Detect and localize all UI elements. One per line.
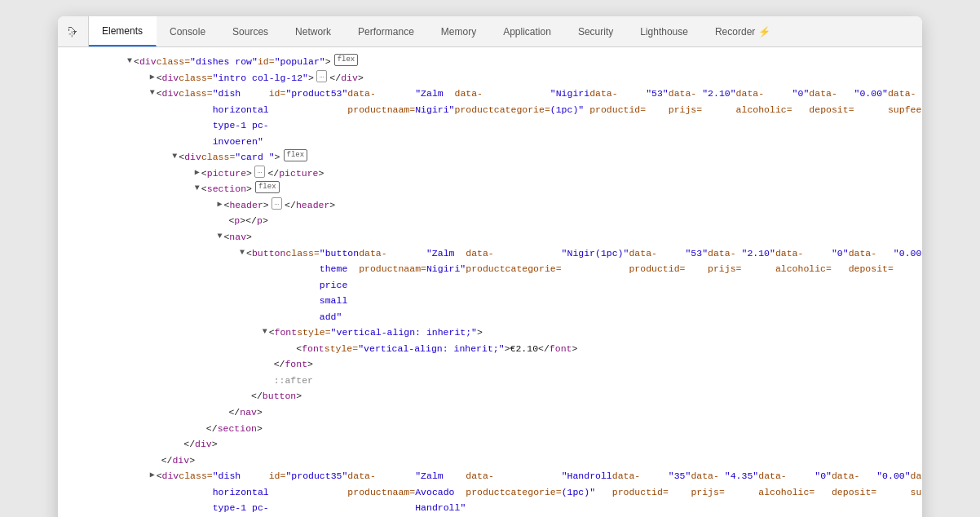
- code-line-4[interactable]: <div class="card " > flex: [58, 149, 922, 166]
- code-line-16[interactable]: </nav>: [58, 404, 922, 421]
- code-line-19[interactable]: </div>: [58, 453, 922, 469]
- expand-arrow-4[interactable]: [172, 149, 177, 163]
- devtools-window: ⊹ Elements Console Sources Network Perfo…: [58, 16, 922, 517]
- svg-rect-2: [71, 27, 72, 28]
- tab-application[interactable]: Application: [490, 16, 565, 46]
- code-line-10[interactable]: <button class="button theme price small …: [58, 245, 922, 325]
- tab-lighthouse[interactable]: Lighthouse: [627, 16, 702, 46]
- svg-rect-0: [68, 27, 71, 28]
- elements-panel: <div class="dishes row" id="popular" > f…: [58, 47, 922, 517]
- code-line-12[interactable]: <font style="vertical-align: inherit;" >…: [58, 341, 922, 357]
- code-line-1[interactable]: <div class="dishes row" id="popular" > f…: [58, 54, 922, 70]
- code-line-13[interactable]: </font>: [58, 356, 922, 373]
- expand-arrow-3[interactable]: [150, 86, 155, 99]
- code-line-18[interactable]: </div>: [58, 436, 922, 453]
- expand-arrow-11[interactable]: [263, 325, 267, 338]
- tab-sources[interactable]: Sources: [219, 16, 282, 46]
- expand-arrow-5[interactable]: [195, 166, 200, 179]
- expand-arrow-1[interactable]: [127, 54, 132, 68]
- tab-memory[interactable]: Memory: [428, 16, 490, 46]
- code-line-7[interactable]: <header> … </header>: [58, 197, 922, 214]
- tab-console[interactable]: Console: [157, 16, 219, 46]
- svg-rect-10: [76, 31, 77, 32]
- tab-recorder[interactable]: Recorder ⚡: [702, 16, 784, 46]
- cursor-icon[interactable]: ⊹: [58, 16, 89, 46]
- svg-text:⊹: ⊹: [68, 29, 75, 38]
- expand-arrow-7[interactable]: [217, 197, 222, 211]
- code-line-14[interactable]: ::after: [58, 373, 922, 389]
- code-line-17[interactable]: </section>: [58, 421, 922, 437]
- code-line-11[interactable]: <font style="vertical-align: inherit;" >: [58, 325, 922, 341]
- expand-arrow-10[interactable]: [240, 245, 245, 259]
- expand-arrow-6[interactable]: [195, 181, 200, 195]
- devtools-toolbar: ⊹ Elements Console Sources Network Perfo…: [58, 16, 922, 47]
- code-line-9[interactable]: <nav>: [58, 229, 922, 245]
- tab-elements[interactable]: Elements: [89, 16, 157, 46]
- tab-network[interactable]: Network: [282, 16, 345, 46]
- expand-arrow-2[interactable]: [150, 70, 155, 84]
- code-line-15[interactable]: </button>: [58, 388, 922, 404]
- tab-performance[interactable]: Performance: [345, 16, 428, 46]
- svg-rect-3: [72, 28, 73, 29]
- expand-arrow-9[interactable]: [217, 229, 222, 243]
- code-line-5[interactable]: <picture> … </picture>: [58, 166, 922, 182]
- code-line-8[interactable]: <p></p>: [58, 213, 922, 229]
- expand-arrow-20[interactable]: [150, 468, 155, 482]
- code-line-6[interactable]: <section> flex: [58, 181, 922, 197]
- svg-rect-9: [75, 32, 76, 33]
- code-line-20[interactable]: <div class="dish horizontal type-1 pc-in…: [58, 468, 922, 517]
- code-line-3[interactable]: <div class="dish horizontal type-1 pc-in…: [58, 86, 922, 149]
- tab-security[interactable]: Security: [565, 16, 627, 46]
- code-line-2[interactable]: <div class="intro col-lg-12" > … </div>: [58, 70, 922, 86]
